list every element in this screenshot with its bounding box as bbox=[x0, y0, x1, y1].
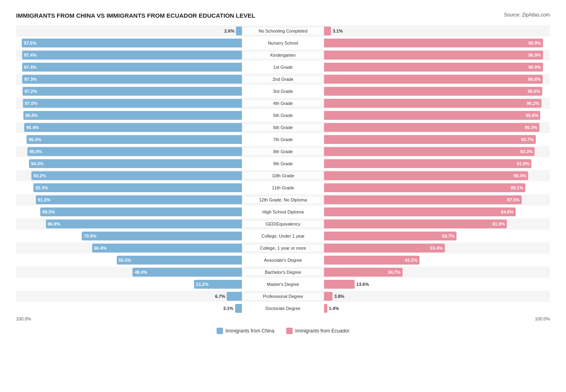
bar-left: 86.9% bbox=[46, 220, 242, 228]
bar-label: Doctorate Degree bbox=[243, 305, 323, 312]
bar-label: College, 1 year or more bbox=[243, 245, 323, 251]
bar-right-container: 34.7% bbox=[323, 267, 550, 278]
bar-left: 97.3% bbox=[22, 75, 242, 84]
bar-right bbox=[324, 292, 333, 301]
bar-left: 97.4% bbox=[22, 51, 242, 60]
bar-left: 21.2% bbox=[194, 280, 242, 289]
bar-row: 94.3% 9th Grade 91.8% bbox=[16, 158, 550, 169]
bar-left-value: 66.4% bbox=[92, 246, 107, 250]
legend: Immigrants from China Immigrants from Ec… bbox=[16, 328, 550, 334]
bar-right-container: 58.7% bbox=[323, 230, 550, 242]
legend-item-left: Immigrants from China bbox=[217, 328, 274, 334]
bar-left: 97.4% bbox=[22, 63, 242, 72]
bar-left-container: 66.4% bbox=[16, 242, 243, 254]
bar-right-container: 53.4% bbox=[323, 242, 550, 254]
bar-right-value: 96.9% bbox=[528, 53, 543, 57]
bar-right: 95.8% bbox=[324, 111, 540, 120]
bar-label: Master's Degree bbox=[243, 281, 323, 287]
bar-right-container: 96.6% bbox=[323, 86, 550, 97]
bar-right-value: 95.8% bbox=[526, 113, 540, 118]
bar-right: 96.6% bbox=[324, 87, 542, 96]
bar-left-value: 48.4% bbox=[132, 270, 147, 275]
bar-left: 48.4% bbox=[132, 268, 242, 277]
bar-left-container: 97.4% bbox=[16, 62, 243, 73]
bar-left: 93.2% bbox=[31, 171, 242, 180]
bar-left bbox=[236, 27, 242, 35]
bar-right-value: 58.7% bbox=[442, 234, 457, 238]
bar-right bbox=[324, 27, 331, 35]
bar-right-container: 89.1% bbox=[323, 182, 550, 193]
bar-row: 97.2% 3rd Grade 96.6% bbox=[16, 86, 550, 97]
bar-right: 81.0% bbox=[324, 220, 507, 228]
bar-left-container: 93.2% bbox=[16, 170, 243, 181]
chart-source: Source: ZipAtlas.com bbox=[504, 12, 550, 18]
bar-left: 66.4% bbox=[92, 244, 242, 252]
legend-label-right: Immigrants from Ecuador bbox=[295, 328, 349, 334]
bar-row: 97.0% 4th Grade 96.2% bbox=[16, 98, 550, 109]
bar-left-container: 21.2% bbox=[16, 279, 243, 290]
bar-right: 58.7% bbox=[324, 232, 457, 240]
bar-left: 55.5% bbox=[117, 256, 242, 265]
bar-right-container: 96.9% bbox=[323, 37, 550, 49]
bar-left-container: 97.0% bbox=[16, 98, 243, 109]
bar-right-container: 90.4% bbox=[323, 170, 550, 181]
bar-left-outer-value: 6.7% bbox=[215, 294, 225, 299]
bar-label: 4th Grade bbox=[243, 100, 323, 107]
bar-right-container: 96.2% bbox=[323, 98, 550, 109]
bar-label: 3rd Grade bbox=[243, 88, 323, 94]
bar-right: 42.2% bbox=[324, 256, 419, 265]
bar-right-value: 89.1% bbox=[511, 185, 525, 190]
bar-left-value: 97.4% bbox=[22, 53, 37, 57]
bar-left-value: 97.5% bbox=[22, 41, 36, 45]
bar-label: 2nd Grade bbox=[243, 76, 323, 82]
bar-left-container: 55.5% bbox=[16, 254, 243, 266]
bar-right bbox=[324, 280, 355, 289]
bar-right: 93.7% bbox=[324, 135, 536, 144]
bar-left-value: 91.3% bbox=[36, 197, 50, 202]
bar-label: Professional Degree bbox=[243, 293, 323, 300]
bar-right-container: 95.3% bbox=[323, 122, 550, 133]
bar-left-value: 97.2% bbox=[23, 89, 37, 94]
bar-right-value: 96.2% bbox=[527, 101, 541, 106]
bar-row: 97.4% 1st Grade 96.9% bbox=[16, 62, 550, 73]
bar-right-container: 96.9% bbox=[323, 62, 550, 73]
bar-label: 8th Grade bbox=[243, 148, 323, 155]
bar-left bbox=[235, 304, 242, 313]
bar-left-container: 89.3% bbox=[16, 206, 243, 218]
bar-row: 97.4% Kindergarten 96.9% bbox=[16, 49, 550, 61]
bar-label: Bachelor's Degree bbox=[243, 269, 323, 275]
bar-label: No Schooling Completed bbox=[243, 28, 323, 34]
bar-right-outer-value: 13.6% bbox=[356, 282, 369, 287]
bar-left-value: 93.2% bbox=[31, 173, 46, 178]
bar-row: 93.2% 10th Grade 90.4% bbox=[16, 170, 550, 181]
bar-left: 91.3% bbox=[36, 195, 242, 204]
bar-left-container: 96.8% bbox=[16, 110, 243, 121]
bar-left-container: 95.3% bbox=[16, 134, 243, 145]
legend-item-right: Immigrants from Ecuador bbox=[286, 328, 349, 334]
bar-right: 96.9% bbox=[324, 39, 543, 47]
bar-label: 12th Grade, No Diploma bbox=[243, 197, 323, 203]
bar-right-container: 3.1% bbox=[323, 25, 550, 37]
bar-right: 95.3% bbox=[324, 123, 539, 132]
bar-left-container: 48.4% bbox=[16, 267, 243, 278]
bar-right-value: 93.7% bbox=[521, 137, 535, 142]
bar-right-container: 81.0% bbox=[323, 218, 550, 230]
bar-right-container: 95.8% bbox=[323, 110, 550, 121]
bar-row: 6.7% Professional Degree 3.8% bbox=[16, 291, 550, 302]
bar-right: 90.4% bbox=[324, 171, 528, 180]
bar-label: 6th Grade bbox=[243, 124, 323, 131]
bar-right: 93.3% bbox=[324, 147, 535, 156]
bar-label: 5th Grade bbox=[243, 112, 323, 119]
bar-right-value: 96.6% bbox=[528, 89, 542, 94]
bar-left: 70.9% bbox=[82, 232, 242, 240]
legend-label-left: Immigrants from China bbox=[225, 328, 274, 334]
bar-row: 86.9% GED/Equivalency 81.0% bbox=[16, 218, 550, 230]
bar-left-value: 97.0% bbox=[23, 101, 37, 106]
bar-label: Nursery School bbox=[243, 40, 323, 46]
bar-label: 1st Grade bbox=[243, 64, 323, 70]
bar-left-container: 97.3% bbox=[16, 74, 243, 85]
bar-left-container: 96.4% bbox=[16, 122, 243, 133]
bar-left-value: 96.4% bbox=[24, 125, 39, 130]
bar-right-value: 93.3% bbox=[520, 149, 535, 154]
axis-left: 100.0% bbox=[16, 316, 31, 321]
